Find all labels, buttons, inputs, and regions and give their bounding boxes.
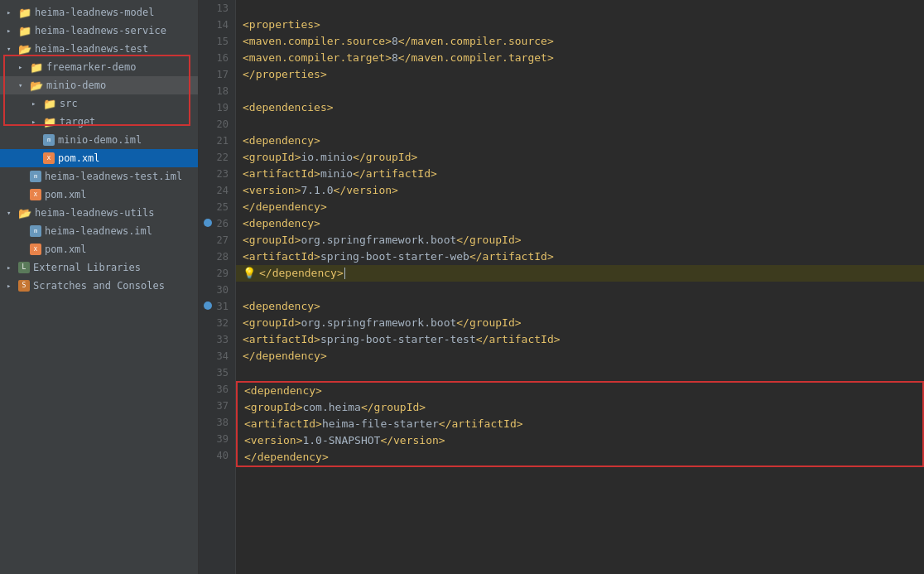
line-number-33: 33 <box>202 331 229 348</box>
line-number-25: 25 <box>202 199 229 215</box>
tree-label-src: src <box>60 98 78 109</box>
line-number-28: 28 <box>202 248 229 265</box>
tree-label-target: target <box>60 116 95 128</box>
tree-label-freemarker-demo: freemarker-demo <box>46 61 136 73</box>
code-line-39: <version>1.0-SNAPSHOT</version> <box>238 432 922 449</box>
tree-item-heima-leadnews-utils[interactable]: ▾📂heima-leadnews-utils <box>0 204 198 222</box>
tree-label-minio-demo-iml: minio-demo.iml <box>58 134 142 146</box>
line-number-16: 16 <box>202 50 229 66</box>
code-line-31: <dependency> <box>236 298 924 315</box>
code-line-37: <groupId>com.heima</groupId> <box>238 399 922 416</box>
code-line-21: <dependency> <box>236 133 924 149</box>
line-number-19: 19 <box>202 99 229 116</box>
gutter-dot-31 <box>204 301 212 310</box>
gutter-dot-26 <box>204 219 212 227</box>
line-number-14: 14 <box>202 17 229 33</box>
line-number-27: 27 <box>202 232 229 248</box>
tree-item-heima-leadnews-test[interactable]: ▾📂heima-leadnews-test <box>0 40 198 58</box>
tree-item-pom-xml[interactable]: xpom.xml <box>0 149 198 167</box>
code-line-20 <box>236 116 924 133</box>
code-line-16: <maven.compiler.target>8</maven.compiler… <box>236 50 924 66</box>
line-number-36: 36 <box>202 381 229 398</box>
line-number-21: 21 <box>202 133 229 149</box>
line-number-17: 17 <box>202 66 229 83</box>
code-line-25: </dependency> <box>236 199 924 215</box>
line-number-18: 18 <box>202 83 229 99</box>
tree-item-pom-xml-utils[interactable]: xpom.xml <box>0 240 198 258</box>
code-line-28: <artifactId>spring-boot-starter-web</art… <box>236 248 924 265</box>
code-line-30 <box>236 282 924 298</box>
line-number-37: 37 <box>202 398 229 414</box>
code-line-35 <box>236 364 924 381</box>
tree-item-heima-leadnews-model[interactable]: ▸📁heima-leadnews-model <box>0 3 198 22</box>
tree-label-pom-xml: pom.xml <box>58 152 100 164</box>
tree-item-heima-leadnews-iml[interactable]: mheima-leadnews.iml <box>0 222 198 240</box>
tree-label-minio-demo: minio-demo <box>46 80 106 91</box>
tree-item-scratches-consoles[interactable]: ▸SScratches and Consoles <box>0 277 198 295</box>
line-number-38: 38 <box>202 414 229 431</box>
tree-item-pom-xml-root[interactable]: xpom.xml <box>0 186 198 204</box>
line-number-24: 24 <box>202 182 229 199</box>
red-box-section: <dependency> <groupId>com.heima</groupId… <box>236 381 924 467</box>
code-line-23: <artifactId>minio</artifactId> <box>236 166 924 182</box>
tree-label-heima-leadnews-utils: heima-leadnews-utils <box>35 207 155 219</box>
code-line-24: <version>7.1.0</version> <box>236 182 924 199</box>
code-line-32: <groupId>org.springframework.boot</group… <box>236 315 924 331</box>
tree-label-heima-leadnews-service: heima-leadnews-service <box>35 25 166 36</box>
line-number-34: 34 <box>202 348 229 364</box>
tree-label-pom-xml-utils: pom.xml <box>45 244 87 255</box>
line-number-20: 20 <box>202 116 229 133</box>
tree-label-scratches-consoles: Scratches and Consoles <box>33 280 165 292</box>
code-line-17: </properties> <box>236 66 924 83</box>
line-number-30: 30 <box>202 282 229 298</box>
tree-item-minio-demo-iml[interactable]: mminio-demo.iml <box>0 131 198 149</box>
tree-label-external-libraries: External Libraries <box>33 262 141 273</box>
code-line-27: <groupId>org.springframework.boot</group… <box>236 232 924 248</box>
tree-item-heima-leadnews-test-iml[interactable]: mheima-leadnews-test.iml <box>0 167 198 186</box>
code-line-14: <properties> <box>236 17 924 33</box>
line-number-13: 13 <box>202 0 229 17</box>
tree-item-src[interactable]: ▸📁src <box>0 94 198 113</box>
code-line-36: <dependency> <box>238 383 922 399</box>
line-number-32: 32 <box>202 315 229 331</box>
line-number-35: 35 <box>202 364 229 381</box>
code-line-26: <dependency> <box>236 215 924 232</box>
line-number-31: 31 <box>202 298 229 315</box>
tree-label-heima-leadnews-test: heima-leadnews-test <box>35 43 148 55</box>
line-number-22: 22 <box>202 149 229 166</box>
code-line-15: <maven.compiler.source>8</maven.compiler… <box>236 33 924 50</box>
code-line-19: <dependencies> <box>236 99 924 116</box>
tree-label-heima-leadnews-test-iml: heima-leadnews-test.iml <box>45 171 182 182</box>
line-number-15: 15 <box>202 33 229 50</box>
code-line-33: <artifactId>spring-boot-starter-test</ar… <box>236 331 924 348</box>
tree-item-freemarker-demo[interactable]: ▸📁freemarker-demo <box>0 58 198 76</box>
line-number-29: 29 <box>202 265 229 282</box>
line-number-26: 26 <box>202 215 229 232</box>
text-cursor <box>344 268 345 279</box>
tree-item-target[interactable]: ▸📁target <box>0 113 198 131</box>
code-line-13 <box>236 0 924 17</box>
tree-item-minio-demo[interactable]: ▾📂minio-demo <box>0 76 198 94</box>
tree-item-heima-leadnews-service[interactable]: ▸📁heima-leadnews-service <box>0 22 198 40</box>
tree-label-heima-leadnews-model: heima-leadnews-model <box>35 7 155 18</box>
tree-item-external-libraries[interactable]: ▸LExternal Libraries <box>0 258 198 277</box>
lightbulb-icon: 💡 <box>243 265 256 282</box>
code-line-18 <box>236 83 924 99</box>
line-number-23: 23 <box>202 166 229 182</box>
code-line-40: </dependency> <box>238 449 922 465</box>
line-number-40: 40 <box>202 447 229 464</box>
line-number-39: 39 <box>202 431 229 447</box>
code-line-38: <artifactId>heima-file-starter</artifact… <box>238 416 922 432</box>
code-line-34: </dependency> <box>236 348 924 364</box>
code-line-29: 💡 </dependency> <box>236 265 924 282</box>
tree-label-heima-leadnews-iml: heima-leadnews.iml <box>45 225 152 237</box>
tree-label-pom-xml-root: pom.xml <box>45 189 87 200</box>
code-line-22: <groupId>io.minio</groupId> <box>236 149 924 166</box>
